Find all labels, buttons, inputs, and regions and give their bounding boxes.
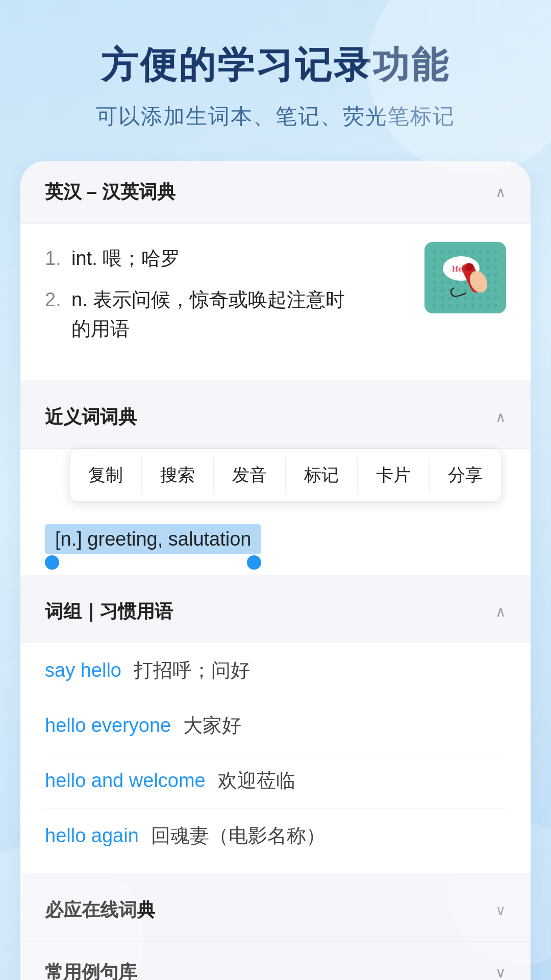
- svg-point-70: [479, 304, 482, 307]
- dict-chevron-icon: ∧: [495, 184, 506, 201]
- svg-point-16: [479, 258, 482, 261]
- phrase-en-1: hello everyone: [45, 715, 171, 737]
- svg-point-62: [487, 297, 490, 300]
- svg-point-5: [464, 251, 467, 254]
- svg-point-47: [441, 289, 444, 292]
- svg-point-8: [487, 251, 490, 254]
- dict-entry: Hello 1. int. 喂；哈罗 2. n. 表示问候，惊奇或唤起注意时的用…: [20, 224, 531, 386]
- context-card[interactable]: 卡片: [358, 457, 430, 493]
- svg-point-26: [487, 266, 490, 269]
- context-search[interactable]: 搜索: [142, 457, 214, 493]
- svg-point-36: [494, 274, 497, 277]
- svg-point-69: [471, 304, 474, 307]
- svg-point-57: [448, 297, 452, 300]
- phrases-chevron-icon: ∧: [495, 603, 506, 620]
- context-mark[interactable]: 标记: [286, 457, 358, 493]
- svg-point-64: [433, 304, 436, 307]
- phrase-zh-1: 大家好: [183, 713, 241, 739]
- svg-point-63: [494, 297, 497, 300]
- synonyms-section-header[interactable]: 近义词词典 ∧: [20, 386, 531, 449]
- svg-point-40: [456, 281, 459, 284]
- svg-point-38: [441, 281, 444, 284]
- phrases-section-header[interactable]: 词组｜习惯用语 ∧: [20, 581, 531, 643]
- context-share[interactable]: 分享: [430, 457, 501, 493]
- selected-text: [n.] greeting, salutation: [45, 524, 261, 554]
- selection-handle-left[interactable]: [45, 555, 59, 570]
- svg-point-4: [456, 251, 459, 254]
- svg-point-11: [441, 258, 444, 261]
- hello-image: Hello: [424, 242, 506, 313]
- synonyms-chevron-icon: ∧: [495, 409, 506, 426]
- selected-text-area: [n.] greeting, salutation: [20, 514, 531, 575]
- svg-point-66: [448, 304, 452, 307]
- synonyms-title: 近义词词典: [45, 405, 137, 430]
- svg-point-3: [448, 251, 452, 254]
- svg-point-61: [479, 297, 482, 300]
- context-pronounce[interactable]: 发音: [214, 457, 286, 493]
- phrase-row-2[interactable]: hello and welcome 欢迎莅临: [45, 753, 506, 808]
- phrase-row-3[interactable]: hello again 回魂妻（电影名称）: [45, 808, 506, 849]
- context-copy[interactable]: 复制: [70, 457, 142, 493]
- svg-point-59: [464, 297, 467, 300]
- svg-point-28: [433, 274, 436, 277]
- svg-point-49: [456, 289, 459, 292]
- svg-point-71: [487, 304, 490, 307]
- svg-point-37: [433, 281, 436, 284]
- phrase-en-2: hello and welcome: [45, 770, 206, 792]
- svg-point-56: [441, 297, 444, 300]
- svg-point-27: [494, 266, 497, 269]
- svg-point-9: [494, 251, 497, 254]
- svg-point-67: [456, 304, 459, 307]
- svg-point-65: [441, 304, 444, 307]
- svg-point-10: [433, 258, 436, 261]
- phrases-title: 词组｜习惯用语: [45, 599, 173, 624]
- phrase-zh-2: 欢迎莅临: [218, 768, 295, 794]
- svg-point-53: [487, 289, 490, 292]
- svg-point-18: [494, 258, 497, 261]
- phrase-row-1[interactable]: hello everyone 大家好: [45, 698, 506, 753]
- svg-point-41: [464, 281, 467, 284]
- svg-point-29: [441, 274, 444, 277]
- svg-point-45: [494, 281, 497, 284]
- phrase-zh-0: 打招呼；问好: [134, 657, 250, 683]
- context-menu-wrapper: 复制 搜索 发音 标记 卡片 分享: [20, 449, 531, 514]
- phrases-section: 词组｜习惯用语 ∧ say hello 打招呼；问好 hello everyon…: [20, 581, 531, 879]
- svg-point-1: [433, 251, 436, 254]
- phrase-row-0[interactable]: say hello 打招呼；问好: [45, 643, 506, 698]
- svg-point-54: [494, 289, 497, 292]
- svg-point-46: [433, 289, 436, 292]
- entry-2-num: 2.: [45, 285, 65, 314]
- svg-point-35: [487, 274, 490, 277]
- context-menu: 复制 搜索 发音 标记 卡片 分享: [69, 449, 502, 502]
- svg-point-2: [441, 251, 444, 254]
- svg-point-68: [464, 304, 467, 307]
- svg-point-50: [464, 289, 467, 292]
- svg-point-19: [433, 266, 436, 269]
- phrases-list: say hello 打招呼；问好 hello everyone 大家好 hell…: [20, 643, 531, 879]
- svg-point-39: [448, 281, 452, 284]
- svg-point-7: [479, 251, 482, 254]
- entry-1-num: 1.: [45, 244, 65, 273]
- example-section-chevron: ∨: [495, 964, 506, 980]
- phrase-en-0: say hello: [45, 659, 121, 681]
- svg-point-6: [471, 251, 474, 254]
- svg-point-55: [433, 297, 436, 300]
- svg-point-60: [471, 297, 474, 300]
- dict-section-title: 英汉 – 汉英词典: [45, 180, 176, 205]
- phrase-zh-3: 回魂妻（电影名称）: [151, 823, 325, 849]
- selection-handle-right[interactable]: [247, 555, 261, 570]
- synonyms-section: 近义词词典 ∧ 复制 搜索 发音 标记 卡片 分享 [n.] greeting,…: [20, 386, 531, 581]
- svg-point-17: [487, 258, 490, 261]
- svg-point-72: [494, 304, 497, 307]
